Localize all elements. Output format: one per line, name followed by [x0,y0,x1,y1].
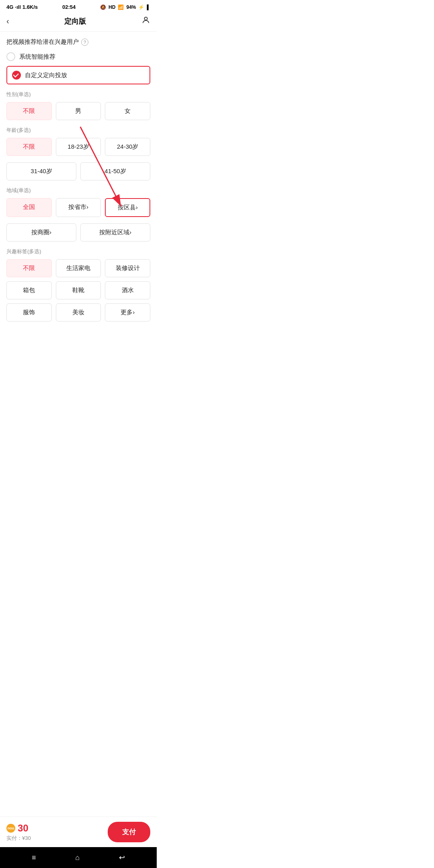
status-left: 4G ·ıll 1.6K/s [6,4,38,10]
age-18-23[interactable]: 18-23岁 [56,138,101,156]
interest-cosmetics[interactable]: 美妆 [56,303,101,321]
mute-icon: 🔕 [100,4,106,10]
region-by-business-circle[interactable]: 按商圈› [6,223,76,242]
status-time: 02:54 [62,4,76,10]
gender-unlimit[interactable]: 不限 [6,102,52,120]
region-by-nearby[interactable]: 按附近区域› [80,223,150,242]
interest-grid: 不限 生活家电 装修设计 箱包 鞋靴 酒水 服饰 美妆 更多› [6,259,150,321]
network-speed: 1.6K/s [23,4,38,10]
age-label: 年龄(多选) [6,127,150,134]
interest-decoration[interactable]: 装修设计 [105,259,150,277]
interest-clothing[interactable]: 服饰 [6,303,52,321]
profile-icon[interactable] [141,16,150,27]
charging-icon: ⚡ [138,4,144,10]
section-intro: 把视频推荐给潜在兴趣用户 ? [6,38,150,46]
system-recommend-option[interactable]: 系统智能推荐 [6,52,150,61]
interest-label: 兴趣标签(多选) [6,248,150,255]
gender-male[interactable]: 男 [56,102,101,120]
interest-bags[interactable]: 箱包 [6,281,52,299]
hd-label: HD [108,4,115,10]
region-grid-2: 按商圈› 按附近区域› [6,223,150,242]
wifi-icon: 📶 [118,4,124,10]
main-content: 把视频推荐给潜在兴趣用户 ? 系统智能推荐 自定义定向投放 性别(单选) 不限 … [0,32,157,334]
gender-female[interactable]: 女 [105,102,150,120]
custom-targeting-label: 自定义定向投放 [25,72,67,79]
gender-grid: 不限 男 女 [6,102,150,120]
svg-point-0 [144,17,147,20]
interest-shoes[interactable]: 鞋靴 [56,281,101,299]
signal-bars: ·ıll [15,4,20,10]
interest-alcohol[interactable]: 酒水 [105,281,150,299]
region-by-province[interactable]: 按省市› [56,198,101,217]
battery-icon: ▌ [147,4,150,10]
age-24-30[interactable]: 24-30岁 [105,138,150,156]
status-right: 🔕 HD 📶 94% ⚡ ▌ [100,4,150,10]
back-button[interactable]: ‹ [6,16,9,26]
page-title: 定向版 [64,16,86,26]
region-label: 地域(单选) [6,187,150,194]
interest-unlimit[interactable]: 不限 [6,259,52,277]
intro-text: 把视频推荐给潜在兴趣用户 [6,38,79,46]
system-recommend-radio[interactable] [6,52,15,61]
region-by-district[interactable]: 按区县› [105,198,150,217]
age-41-50[interactable]: 41-50岁 [80,162,150,180]
age-grid-2: 31-40岁 41-50岁 [6,162,150,180]
interest-home-appliance[interactable]: 生活家电 [56,259,101,277]
custom-targeting-radio[interactable] [12,71,21,80]
custom-targeting-option[interactable]: 自定义定向投放 [6,66,150,84]
nav-bar: ‹ 定向版 [0,12,157,32]
status-bar: 4G ·ıll 1.6K/s 02:54 🔕 HD 📶 94% ⚡ ▌ [0,0,157,12]
age-unlimit[interactable]: 不限 [6,138,52,156]
network-indicator: 4G [6,4,13,10]
region-grid: 全国 按省市› 按区县› [6,198,150,217]
battery-percent: 94% [126,4,136,10]
gender-label: 性别(单选) [6,91,150,98]
age-grid: 不限 18-23岁 24-30岁 [6,138,150,156]
interest-more[interactable]: 更多› [105,303,150,321]
region-nationwide[interactable]: 全国 [6,198,52,217]
help-icon[interactable]: ? [81,39,88,46]
system-recommend-label: 系统智能推荐 [19,53,55,61]
age-31-40[interactable]: 31-40岁 [6,162,76,180]
